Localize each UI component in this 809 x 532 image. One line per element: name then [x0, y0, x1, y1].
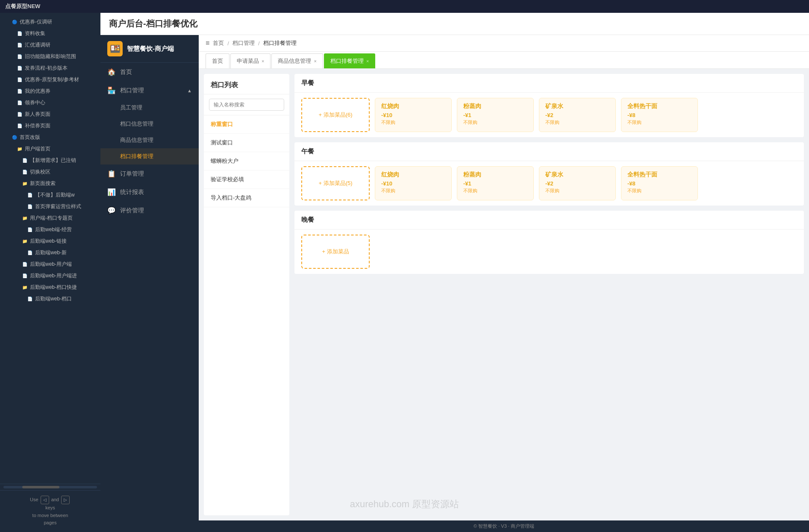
footer-bar: © 智慧餐饮 · V3 · 商户管理端 — [199, 520, 809, 532]
stall-item-dapanji[interactable]: 导入档口-大盘鸡 — [204, 189, 289, 207]
nav-menu-container[interactable]: 🏠首页🏪档口管理▲员工管理档口信息管理商品信息管理档口排餐管理📋订单管理📊统计报… — [100, 63, 199, 220]
dish-card-fzr1[interactable]: 粉蒸肉 -¥1 不限购 — [457, 98, 534, 132]
footer-label: © 智慧餐饮 · V3 · 商户管理端 — [474, 523, 534, 529]
stall-search-input[interactable] — [209, 99, 284, 111]
tab-label-apply-dish: 申请菜品 — [237, 57, 259, 65]
sidebar-tree-item[interactable]: 📁后勤端web-链接 — [0, 235, 100, 247]
sidebar-tree-item[interactable]: 📁新页面搜索 — [0, 178, 100, 189]
dish-card-kqs1[interactable]: 矿泉水 -¥2 不限购 — [539, 98, 616, 132]
footer-keys-label: keys — [45, 505, 55, 510]
tab-apply-dish[interactable]: 申请菜品× — [230, 53, 271, 68]
stall-item-yanzheng[interactable]: 验证学校必填 — [204, 170, 289, 189]
tree-item-icon: 📄 — [27, 250, 32, 255]
dish-card-qrhmg1[interactable]: 全料热干面 -¥8 不限购 — [621, 98, 698, 132]
dish-name-fzr2: 粉蒸肉 — [463, 171, 527, 179]
breadcrumb-sep1: / — [227, 40, 229, 47]
tree-item-icon: 📁 — [22, 216, 27, 220]
footer-and-label: and — [51, 497, 60, 502]
sidebar-tree-item[interactable]: 📄发券流程-初步版本 — [0, 62, 100, 74]
sidebar-tree-item[interactable]: 🔵优惠券-仅调研 — [0, 16, 100, 28]
nav-menu-item-review-mgmt[interactable]: 💬评价管理 — [100, 201, 199, 220]
dish-limit-qrhmg2: 不限购 — [627, 188, 691, 194]
dish-card-kqs2[interactable]: 矿泉水 -¥2 不限购 — [539, 166, 616, 200]
tree-item-icon: 📄 — [27, 297, 32, 301]
meal-section-body-breakfast: + 添加菜品(6) 红烧肉 -¥10 不限购 粉蒸肉 -¥1 不限购 矿泉水 -… — [294, 93, 804, 137]
tree-item-icon: 🔵 — [12, 20, 17, 24]
dish-price-fzr2: -¥1 — [463, 180, 527, 187]
nav-menu-item-stats[interactable]: 📊统计报表 — [100, 183, 199, 201]
sidebar-tree-item[interactable]: 📄后勤端web-用户端进 — [0, 270, 100, 282]
tree-item-label: 汇优通调研 — [25, 41, 50, 49]
sidebar-tree-item[interactable]: 📄优惠券-原型复制/参考材 — [0, 74, 100, 85]
sidebar-tree-item[interactable]: 📄补偿券页面 — [0, 120, 100, 132]
sidebar-tree-item[interactable]: 📁用户端-档口专题页 — [0, 212, 100, 224]
stall-item-luosifen[interactable]: 螺蛳粉大户 — [204, 152, 289, 170]
tree-item-label: 新页面搜索 — [30, 180, 56, 187]
nav-sub-label-stall-info-mgmt: 档口信息管理 — [120, 121, 153, 127]
tab-close-apply-dish[interactable]: × — [262, 59, 264, 64]
tree-item-label: 后勤端web-用户端 — [30, 261, 72, 268]
tab-close-stall-meal-mgmt[interactable]: × — [366, 59, 369, 64]
tab-close-product-mgmt[interactable]: × — [314, 59, 316, 64]
sidebar-tree-item[interactable]: 📄后勤端web-档口 — [0, 293, 100, 305]
sidebar-tree-item[interactable]: 📁用户端首页 — [0, 143, 100, 155]
add-dish-btn-lunch[interactable]: + 添加菜品(5) — [301, 166, 370, 200]
tab-label-stall-meal-mgmt: 档口排餐管理 — [330, 57, 364, 65]
nav-menu-item-home[interactable]: 🏠首页 — [100, 63, 199, 81]
dish-limit-fzr1: 不限购 — [463, 119, 527, 126]
nav-sub-label-product-info-mgmt: 商品信息管理 — [120, 137, 153, 143]
sidebar-scrollbar[interactable] — [3, 486, 97, 488]
add-dish-btn-dinner[interactable]: + 添加菜品 — [301, 235, 370, 269]
app-area: 商户后台-档口排餐优化 🍱 智慧餐饮-商户端 🏠首页🏪档口管理▲员工管理档口信息… — [100, 13, 809, 532]
nav-submenu-item-stall-meal-mgmt[interactable]: 档口排餐管理 — [100, 148, 199, 165]
sidebar-tree-item[interactable]: 📄新人券页面 — [0, 109, 100, 120]
tab-home[interactable]: 首页 — [206, 53, 229, 68]
sidebar-tree-item[interactable]: 📄后勤web端-经营 — [0, 224, 100, 235]
nav-submenu-item-product-info-mgmt[interactable]: 商品信息管理 — [100, 132, 199, 148]
sidebar-tree-item[interactable]: 📄切换校区 — [0, 166, 100, 178]
tree-item-label: 领券中心 — [25, 99, 45, 106]
add-dish-btn-breakfast[interactable]: + 添加菜品(6) — [301, 98, 370, 132]
stall-item-test[interactable]: 测试窗口 — [204, 134, 289, 152]
sidebar-tree[interactable]: 🔵优惠券-仅调研📄资料收集📄汇优通调研📄旧功能隐藏和影响范围📄发券流程-初步版本… — [0, 13, 100, 484]
dish-card-qrhmg2[interactable]: 全料热干面 -¥8 不限购 — [621, 166, 698, 200]
nav-sub-label-stall-meal-mgmt: 档口排餐管理 — [120, 153, 153, 159]
tree-item-icon: 📄 — [27, 193, 32, 197]
nav-submenu-item-stall-info-mgmt[interactable]: 档口信息管理 — [100, 116, 199, 132]
sidebar-tree-item[interactable]: 📄我的优惠券 — [0, 85, 100, 97]
sidebar-tree-item[interactable]: 📄后勤端web-新 — [0, 247, 100, 259]
sidebar-tree-item[interactable]: 📄【不做】后勤端w — [0, 189, 100, 201]
nav-submenu-item-staff-mgmt[interactable]: 员工管理 — [100, 100, 199, 116]
tree-item-icon: 📁 — [17, 147, 22, 151]
dish-price-hsg2: -¥10 — [381, 180, 445, 187]
nav-menu-item-stall-mgmt[interactable]: 🏪档口管理▲ — [100, 81, 199, 100]
sidebar-tree-item[interactable]: 📄资料收集 — [0, 28, 100, 39]
tree-item-icon: 📄 — [17, 112, 22, 117]
tree-item-icon: 📄 — [22, 170, 27, 174]
sidebar-tree-item[interactable]: 📄【新增需求】已注销 — [0, 155, 100, 166]
meal-section-lunch: 午餐+ 添加菜品(5) 红烧肉 -¥10 不限购 粉蒸肉 -¥1 不限购 矿泉水… — [294, 142, 804, 206]
menu-icon[interactable]: ≡ — [206, 39, 209, 47]
sidebar-tree-item[interactable]: 📁后勤端web-档口快捷 — [0, 282, 100, 293]
stall-item-chengzhong[interactable]: 称重窗口 — [204, 115, 289, 134]
nav-menu-item-order-mgmt[interactable]: 📋订单管理 — [100, 165, 199, 183]
meal-section-header-lunch: 午餐 — [294, 142, 804, 161]
sidebar-tree-item[interactable]: 📄首页弹窗运营位样式 — [0, 201, 100, 212]
tree-item-icon: 🔵 — [12, 135, 17, 140]
content-area: ≡ 首页 / 档口管理 / 档口排餐管理 首页申请菜品×商品信息管理×档口排餐管… — [199, 35, 809, 532]
breadcrumb-home[interactable]: 首页 — [213, 39, 224, 47]
dish-card-hsg2[interactable]: 红烧肉 -¥10 不限购 — [375, 166, 452, 200]
stall-search — [204, 94, 289, 115]
stall-label-yanzheng: 验证学校必填 — [211, 176, 244, 182]
sidebar-tree-item[interactable]: 📄领券中心 — [0, 97, 100, 109]
sidebar-tree-item[interactable]: 🔵首页改版 — [0, 132, 100, 143]
sidebar-tree-item[interactable]: 📄旧功能隐藏和影响范围 — [0, 51, 100, 62]
sidebar-tree-item[interactable]: 📄汇优通调研 — [0, 39, 100, 51]
sidebar-tree-item[interactable]: 📄后勤端web-用户端 — [0, 259, 100, 270]
tree-item-label: 首页改版 — [20, 134, 40, 141]
dish-card-hsg1[interactable]: 红烧肉 -¥10 不限购 — [375, 98, 452, 132]
tab-stall-meal-mgmt[interactable]: 档口排餐管理× — [324, 53, 375, 68]
breadcrumb-level1[interactable]: 档口管理 — [232, 39, 255, 47]
dish-card-fzr2[interactable]: 粉蒸肉 -¥1 不限购 — [457, 166, 534, 200]
tab-product-mgmt[interactable]: 商品信息管理× — [271, 53, 323, 68]
